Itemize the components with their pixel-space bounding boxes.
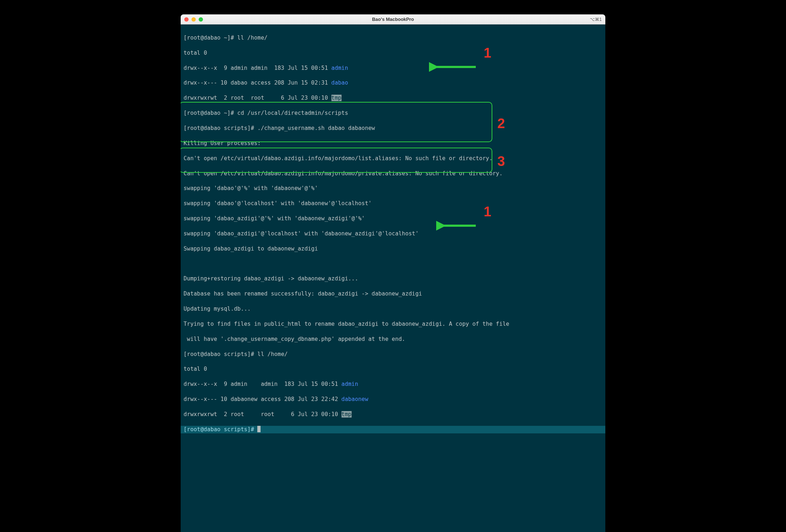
minimize-icon[interactable]	[191, 17, 196, 22]
ls-entry: drwx--x--x 9 admin admin 183 Jul 15 00:5…	[184, 65, 331, 71]
directory-name: dabao	[331, 80, 348, 86]
command: ll /home/	[257, 351, 288, 357]
terminal-line: will have '.change_username_copy_dbname.…	[184, 335, 602, 343]
arrow-icon	[436, 206, 479, 246]
terminal-line: Can't open /etc/virtual/dabao.azdigi.inf…	[184, 170, 602, 177]
terminal-line: [root@dabao scripts]# ./change_username.…	[184, 125, 602, 132]
ls-entry: drwxrwxrwt 2 root root 6 Jul 23 00:10	[184, 95, 331, 101]
directory-name: admin	[342, 381, 358, 387]
terminal-line: swapping 'dabao_azdigi'@'localhost' with…	[184, 230, 602, 238]
terminal-line: [root@dabao scripts]# ll /home/	[184, 351, 602, 358]
traffic-lights	[184, 17, 203, 22]
terminal-line: Dumping+restoring dabao_azdigi -> dabaon…	[184, 275, 602, 283]
cursor-icon	[257, 426, 261, 432]
prompt: [root@dabao scripts]#	[184, 426, 257, 433]
terminal-line: [root@dabao ~]# cd /usr/local/directadmi…	[184, 109, 602, 117]
prompt: [root@dabao ~]#	[184, 110, 237, 116]
terminal-body[interactable]: [root@dabao ~]# ll /home/ total 0 drwx--…	[181, 24, 605, 532]
terminal-line: Can't open /etc/virtual/dabao.azdigi.inf…	[184, 155, 602, 162]
terminal-line: [root@dabao ~]# ll /home/	[184, 34, 602, 42]
terminal-line: drwx--x--x 9 admin admin 183 Jul 15 00:5…	[184, 64, 602, 72]
terminal-line: swapping 'dabao'@'%' with 'dabaonew'@'%'	[184, 185, 602, 192]
terminal-line: Trying to find files in public_html to r…	[184, 320, 602, 328]
ls-entry: drwx--x--- 10 dabaonew access 208 Jul 23…	[184, 396, 342, 402]
terminal-window: Bao's MacbookPro ⌥⌘1 [root@dabao ~]# ll …	[181, 14, 605, 532]
terminal-line: drwx--x--- 10 dabaonew access 208 Jul 23…	[184, 396, 602, 403]
terminal-line: Swapping dabao_azdigi to dabaonew_azdigi	[184, 245, 602, 253]
ls-entry: drwx--x--x 9 admin admin 183 Jul 15 00:5…	[184, 381, 342, 387]
terminal-line: drwx--x--- 10 dabao access 208 Jun 15 02…	[184, 79, 602, 87]
directory-name: tmp	[331, 95, 342, 101]
directory-name: dabaonew	[342, 396, 369, 402]
terminal-line: Database has been renamed successfully: …	[184, 290, 602, 298]
fullscreen-icon[interactable]	[199, 17, 203, 22]
prompt: [root@dabao ~]#	[184, 35, 237, 41]
ls-entry: drwxrwxrwt 2 root root 6 Jul 23 00:10	[184, 411, 342, 418]
terminal-line: swapping 'dabao'@'localhost' with 'dabao…	[184, 200, 602, 207]
terminal-line: drwx--x--x 9 admin admin 183 Jul 15 00:5…	[184, 380, 602, 388]
titlebar[interactable]: Bao's MacbookPro ⌥⌘1	[181, 14, 605, 24]
directory-name: tmp	[342, 411, 352, 418]
tab-shortcut: ⌥⌘1	[590, 17, 602, 22]
close-icon[interactable]	[184, 17, 189, 22]
command: cd /usr/local/directadmin/scripts	[237, 110, 348, 116]
terminal-line: swapping 'dabao_azdigi'@'%' with 'dabaon…	[184, 215, 602, 222]
terminal-line: Killing User processes:	[184, 140, 602, 147]
command: ./change_username.sh dabao dabaonew	[257, 125, 375, 131]
active-prompt-line: [root@dabao scripts]#	[181, 426, 605, 433]
prompt: [root@dabao scripts]#	[184, 351, 257, 357]
terminal-line: drwxrwxrwt 2 root root 6 Jul 23 00:10 tm…	[184, 411, 602, 418]
terminal-line: Updating mysql.db...	[184, 305, 602, 313]
terminal-line: total 0	[184, 365, 602, 373]
directory-name: admin	[331, 65, 348, 71]
terminal-line	[184, 260, 602, 268]
annotation-box-2	[181, 102, 492, 142]
ls-entry: drwx--x--- 10 dabao access 208 Jun 15 02…	[184, 80, 331, 86]
command: ll /home/	[237, 35, 267, 41]
window-title: Bao's MacbookPro	[181, 17, 605, 22]
terminal-line: drwxrwxrwt 2 root root 6 Jul 23 00:10 tm…	[184, 94, 602, 102]
terminal-line: total 0	[184, 49, 602, 57]
prompt: [root@dabao scripts]#	[184, 125, 257, 131]
